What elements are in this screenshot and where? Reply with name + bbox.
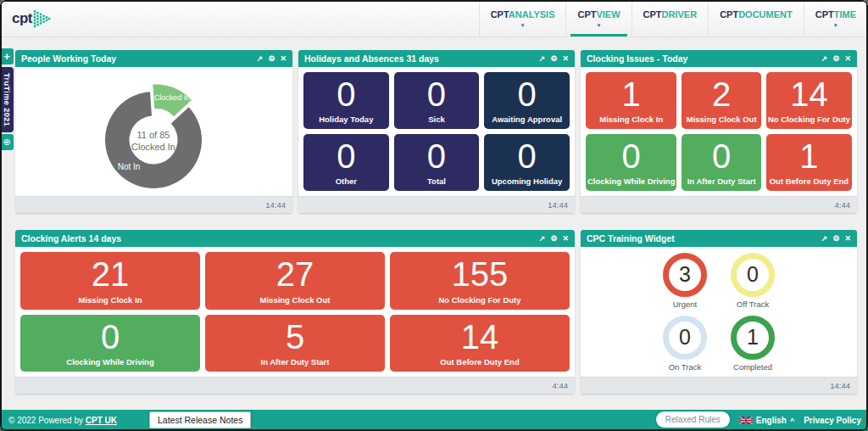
cpc-ring-completed[interactable]: 1Completed [731, 316, 775, 372]
tile-value: 27 [276, 254, 314, 295]
dashboard-main: + TruTime 2021 ⊕ People Working Today ↗⚙… [0, 37, 868, 410]
ring-value: 0 [663, 316, 707, 360]
sidebar-tab-trutime-2021[interactable]: TruTime 2021 [0, 67, 14, 132]
popout-icon[interactable]: ↗ [821, 55, 828, 63]
language-selector[interactable]: English ^ [739, 416, 794, 425]
chevron-down-icon: ▾ [521, 22, 525, 28]
tile-missing-clock-out[interactable]: 27Missing Clock Out [205, 252, 385, 310]
settings-gear-icon[interactable]: ⚙ [268, 55, 275, 63]
tile-out-before-duty-end[interactable]: 14Out Before Duty End [390, 315, 570, 372]
tile-label: Awaiting Approval [492, 115, 562, 124]
slice-label-not-in: Not In [118, 162, 141, 171]
tile-other[interactable]: 0Other [303, 134, 389, 191]
tile-upcoming-holiday[interactable]: 0Upcoming Holiday [484, 134, 570, 191]
tab-cptanalysis[interactable]: CPTANALYSIS▾ [479, 0, 566, 36]
widget-header[interactable]: CPC Training Widget ↗⚙✕ [581, 230, 857, 247]
widget-header-icons: ↗⚙✕ [539, 235, 569, 243]
widget-footer: 14:44 [581, 377, 857, 394]
tile-awaiting-approval[interactable]: 0Awaiting Approval [484, 72, 570, 129]
popout-icon[interactable]: ↗ [257, 55, 264, 63]
widget-title: People Working Today [21, 53, 116, 64]
tile-clocking-while-driving[interactable]: 0Clocking While Driving [20, 315, 200, 372]
settings-gear-icon[interactable]: ⚙ [832, 55, 839, 63]
tile-label: In After Duty Start [261, 357, 330, 367]
widget-footer: 14:44 [15, 196, 292, 213]
close-icon[interactable]: ✕ [844, 235, 851, 243]
privacy-policy-link[interactable]: Privacy Policy [804, 416, 861, 425]
tile-in-after-duty-start[interactable]: 5In After Duty Start [205, 315, 385, 372]
tile-label: Out Before Duty End [770, 176, 849, 186]
tab-cptdriver[interactable]: CPTDRIVER [632, 0, 709, 36]
widget-title: Holidays and Absences 31 days [304, 53, 439, 64]
ring-value: 0 [731, 253, 775, 297]
tile-missing-clock-out[interactable]: 2Missing Clock Out [682, 72, 760, 129]
tab-cptdocument[interactable]: CPTDOCUMENT [708, 0, 804, 36]
tab-cptview[interactable]: CPTVIEW▾ [565, 0, 631, 36]
settings-gear-icon[interactable]: ⚙ [550, 235, 557, 243]
close-icon[interactable]: ✕ [562, 55, 569, 63]
close-icon[interactable]: ✕ [562, 235, 569, 243]
tile-no-clocking-for-duty[interactable]: 155No Clocking For Duty [390, 252, 570, 310]
add-widget-button[interactable]: ⊕ [0, 134, 14, 150]
tile-missing-clock-in[interactable]: 21Missing Clock In [20, 252, 200, 310]
tile-value: 0 [101, 316, 120, 358]
popout-icon[interactable]: ↗ [539, 55, 546, 63]
tile-value: 0 [427, 74, 446, 115]
popout-icon[interactable]: ↗ [539, 235, 546, 243]
widget-timestamp: 4:44 [553, 381, 569, 390]
chevron-up-icon: ^ [790, 417, 794, 425]
copyright-text: © 2022 Powered by CPT UK [8, 416, 117, 425]
tile-in-after-duty-start[interactable]: 0In After Duty Start [682, 134, 760, 191]
widget-header[interactable]: Clocking Alerts 14 days ↗⚙✕ [15, 230, 575, 247]
tile-label: No Clocking For Duty [768, 115, 850, 124]
tile-label: Other [336, 176, 357, 186]
settings-gear-icon[interactable]: ⚙ [832, 235, 839, 243]
popout-icon[interactable]: ↗ [821, 235, 828, 243]
donut-center-line2: Clocked In [131, 142, 175, 152]
tile-label: Total [427, 176, 446, 186]
tab-cpttime[interactable]: CPTTIME▾ [804, 0, 868, 36]
tile-value: 14 [461, 316, 499, 358]
tile-holiday-today[interactable]: 0Holiday Today [303, 72, 389, 129]
widget-header-icons: ↗⚙✕ [539, 55, 569, 63]
ring-label: Completed [733, 362, 772, 372]
tile-value: 155 [452, 254, 509, 295]
latest-release-notes-button[interactable]: Latest Release Notes [149, 411, 251, 428]
tile-out-before-duty-end[interactable]: 1Out Before Duty End [766, 134, 852, 191]
tile-clocking-while-driving[interactable]: 0Clocking While Driving [586, 134, 676, 191]
tile-missing-clock-in[interactable]: 1Missing Clock In [586, 72, 676, 129]
close-icon[interactable]: ✕ [844, 55, 851, 63]
widget-footer: 4:44 [15, 377, 575, 394]
add-dashboard-tab-button[interactable]: + [0, 48, 14, 64]
cpc-ring-off-track[interactable]: 0Off Track [731, 253, 775, 309]
cpt-uk-link[interactable]: CPT UK [86, 416, 117, 425]
tile-label: Upcoming Holiday [492, 176, 562, 186]
ring-label: Off Track [737, 299, 769, 309]
tile-label: Out Before Duty End [440, 357, 519, 367]
widget-footer: 4:44 [581, 196, 857, 213]
language-label: English [756, 416, 787, 425]
tile-label: Sick [428, 115, 445, 124]
relaxed-rules-button[interactable]: Relaxed Rules [656, 411, 730, 428]
footer-right-group: Relaxed Rules English ^ Privacy Policy [656, 412, 861, 428]
settings-gear-icon[interactable]: ⚙ [550, 55, 557, 63]
tile-sick[interactable]: 0Sick [394, 72, 480, 129]
tile-label: Clocking While Driving [66, 357, 153, 367]
tile-value: 0 [427, 136, 446, 176]
widget-header[interactable]: Clocking Issues - Today ↗⚙✕ [581, 50, 857, 67]
cpc-ring-on-track[interactable]: 0On Track [663, 316, 707, 372]
widget-header[interactable]: People Working Today ↗⚙✕ [15, 50, 292, 67]
tile-value: 1 [622, 74, 641, 115]
tile-no-clocking-for-duty[interactable]: 14No Clocking For Duty [766, 72, 852, 129]
widget-header[interactable]: Holidays and Absences 31 days ↗⚙✕ [298, 50, 575, 67]
cpt-logo[interactable]: cpt [0, 0, 51, 36]
donut-slice-not-in [105, 92, 202, 188]
tile-value: 0 [518, 74, 537, 115]
close-icon[interactable]: ✕ [280, 55, 287, 63]
ring-value: 3 [663, 253, 707, 297]
cpc-ring-urgent[interactable]: 3Urgent [663, 253, 707, 309]
tile-total[interactable]: 0Total [394, 134, 480, 191]
tile-label: Missing Clock In [599, 115, 663, 124]
ring-value: 1 [731, 316, 775, 360]
cpc-ring-grid: 3Urgent0Off Track0On Track1Completed [581, 247, 857, 377]
